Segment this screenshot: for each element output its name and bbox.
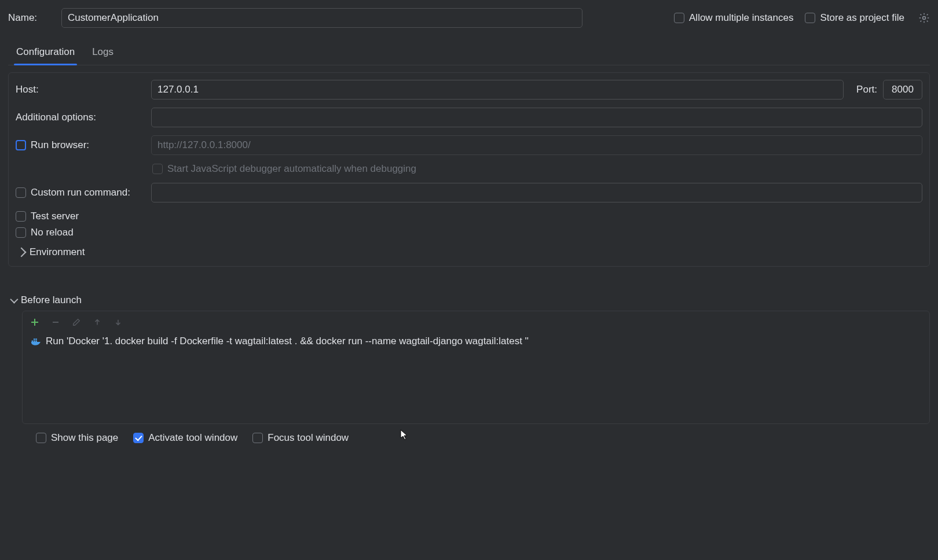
test-server-label: Test server <box>31 211 79 222</box>
gear-icon[interactable] <box>918 12 930 24</box>
checkbox-box <box>805 13 815 23</box>
host-label: Host: <box>16 84 145 95</box>
start-js-debugger-label: Start JavaScript debugger automatically … <box>167 163 416 175</box>
focus-tool-window-checkbox[interactable]: Focus tool window <box>252 432 349 444</box>
checkbox-box <box>674 13 684 23</box>
environment-label: Environment <box>30 246 85 258</box>
name-field-label: Name: <box>8 12 54 24</box>
checkbox-box <box>16 187 26 198</box>
activate-tool-window-label: Activate tool window <box>148 432 237 444</box>
docker-icon <box>31 337 41 345</box>
chevron-right-icon <box>17 248 27 257</box>
activate-tool-window-checkbox[interactable]: Activate tool window <box>133 432 237 444</box>
before-launch-task[interactable]: Run 'Docker '1. docker build -f Dockerfi… <box>28 333 924 349</box>
run-browser-label: Run browser: <box>31 139 89 151</box>
svg-rect-5 <box>35 338 37 340</box>
host-input[interactable] <box>151 80 844 100</box>
show-this-page-label: Show this page <box>51 432 118 444</box>
checkbox-box <box>16 227 26 238</box>
before-launch-panel: Run 'Docker '1. docker build -f Dockerfi… <box>22 311 930 424</box>
before-launch-title: Before launch <box>21 294 82 306</box>
before-launch-task-text: Run 'Docker '1. docker build -f Dockerfi… <box>46 336 529 347</box>
environment-expander[interactable]: Environment <box>16 246 922 258</box>
checkbox-box <box>16 211 26 222</box>
port-label: Port: <box>856 84 877 95</box>
store-as-project-file-checkbox[interactable]: Store as project file <box>805 12 904 24</box>
add-task-button[interactable] <box>30 317 40 327</box>
focus-tool-window-label: Focus tool window <box>268 432 349 444</box>
run-browser-url-input <box>151 135 922 155</box>
svg-rect-1 <box>32 341 34 342</box>
svg-rect-4 <box>34 338 35 340</box>
svg-point-0 <box>923 17 926 20</box>
run-browser-checkbox[interactable]: Run browser: <box>16 139 89 151</box>
edit-task-button[interactable] <box>71 317 82 327</box>
tabs-bar: Configuration Logs <box>8 40 930 65</box>
tab-configuration[interactable]: Configuration <box>15 40 76 65</box>
name-input[interactable] <box>61 8 582 28</box>
custom-run-command-label: Custom run command: <box>31 187 130 198</box>
additional-options-label: Additional options: <box>16 112 145 123</box>
checkbox-box <box>16 140 26 150</box>
before-launch-expander[interactable]: Before launch <box>10 294 930 306</box>
checkbox-box <box>36 433 46 443</box>
test-server-checkbox[interactable]: Test server <box>16 211 79 222</box>
start-js-debugger-checkbox: Start JavaScript debugger automatically … <box>152 163 416 175</box>
allow-multiple-instances-checkbox[interactable]: Allow multiple instances <box>674 12 793 24</box>
configuration-panel: Host: Port: Additional options: Run brow… <box>8 72 930 267</box>
remove-task-button[interactable] <box>50 317 61 327</box>
checkbox-box <box>152 164 163 174</box>
chevron-down-icon <box>10 296 18 304</box>
store-as-project-file-label: Store as project file <box>820 12 904 24</box>
move-up-button[interactable] <box>92 317 102 327</box>
svg-rect-2 <box>34 341 35 342</box>
no-reload-checkbox[interactable]: No reload <box>16 227 74 238</box>
port-input[interactable] <box>883 80 922 100</box>
svg-rect-3 <box>35 341 37 342</box>
allow-multiple-instances-label: Allow multiple instances <box>689 12 793 24</box>
custom-run-command-checkbox[interactable]: Custom run command: <box>16 187 130 198</box>
checkbox-box <box>252 433 263 443</box>
custom-run-command-input[interactable] <box>151 183 922 202</box>
additional-options-input[interactable] <box>151 108 922 127</box>
show-this-page-checkbox[interactable]: Show this page <box>36 432 118 444</box>
move-down-button[interactable] <box>113 317 123 327</box>
tab-logs[interactable]: Logs <box>91 40 115 65</box>
no-reload-label: No reload <box>31 227 74 238</box>
checkbox-box <box>133 433 144 443</box>
